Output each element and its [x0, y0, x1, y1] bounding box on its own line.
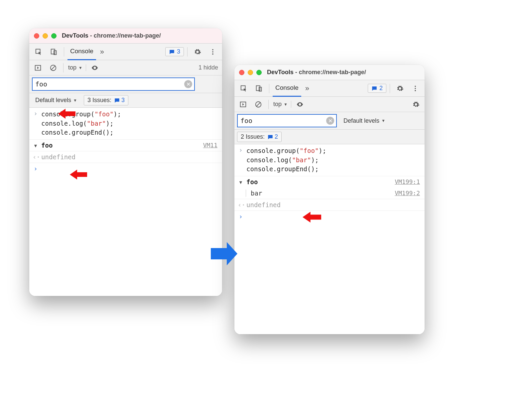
clear-console-icon[interactable] — [47, 61, 60, 74]
return-arrow-icon: ‹· — [238, 201, 244, 208]
more-tabs-icon[interactable]: » — [303, 84, 311, 93]
issues-chip[interactable]: 3 Issues: 3 — [84, 95, 128, 105]
separator — [390, 84, 390, 93]
clear-console-icon[interactable] — [252, 98, 265, 111]
tab-console[interactable]: Console — [273, 80, 301, 97]
separator — [187, 47, 188, 57]
undefined-label: undefined — [41, 153, 75, 161]
sidebar-toggle-icon[interactable] — [31, 61, 45, 74]
group-name: foo — [41, 142, 53, 149]
issues-badge[interactable]: 3 — [165, 47, 184, 56]
console-group-item[interactable]: bar VM199:2 — [234, 188, 425, 199]
console-group-header[interactable]: ▼ foo VM199:1 — [234, 176, 425, 188]
svg-point-14 — [415, 90, 416, 91]
console-return-value: ‹· undefined — [29, 151, 222, 163]
svg-rect-10 — [256, 85, 260, 90]
group-name: foo — [246, 178, 258, 186]
context-selector[interactable]: top▼ — [67, 64, 86, 71]
log-levels-selector[interactable]: Default levels▼ — [340, 116, 389, 126]
console-input-echo[interactable]: › console.group("foo"); console.log("bar… — [234, 144, 425, 176]
filter-value: foo — [240, 117, 326, 125]
live-expression-icon[interactable] — [88, 61, 101, 74]
console-filter-bar: foo ✕ — [29, 75, 222, 93]
settings-icon[interactable] — [393, 82, 407, 95]
window-controls — [239, 70, 262, 75]
separator — [63, 63, 64, 72]
issues-chip[interactable]: 2 Issues: 2 — [237, 132, 282, 142]
issues-badge[interactable]: 2 — [368, 84, 386, 93]
svg-point-13 — [415, 88, 416, 89]
svg-line-17 — [256, 102, 261, 106]
minimize-icon[interactable] — [43, 33, 48, 39]
devtools-tabstrip: Console » 3 — [29, 44, 222, 60]
close-icon[interactable] — [34, 33, 39, 39]
log-levels-selector[interactable]: Default levels▼ — [32, 95, 80, 105]
console-filter-bar: foo ✕ Default levels▼ — [234, 112, 425, 130]
window-controls — [34, 33, 57, 39]
titlebar[interactable]: DevTools - chrome://new-tab-page/ — [234, 65, 425, 80]
more-tabs-icon[interactable]: » — [98, 48, 106, 56]
console-group-header[interactable]: ▼ foo VM11 — [29, 140, 222, 151]
return-arrow-icon: ‹· — [33, 153, 39, 161]
svg-rect-1 — [51, 49, 55, 54]
chevron-right-icon: › — [33, 110, 39, 117]
svg-point-4 — [212, 51, 213, 53]
chevron-right-icon: › — [33, 165, 39, 172]
more-menu-icon[interactable] — [206, 45, 219, 59]
sidebar-toggle-icon[interactable] — [236, 98, 250, 111]
svg-line-8 — [51, 66, 56, 70]
live-expression-icon[interactable] — [293, 98, 307, 111]
code-block: console.group("foo"); console.log("bar")… — [246, 146, 326, 174]
hidden-messages-label[interactable]: 1 hidde — [199, 64, 220, 71]
zoom-icon[interactable] — [256, 70, 262, 75]
console-settings-icon[interactable] — [409, 98, 423, 111]
zoom-icon[interactable] — [51, 33, 57, 39]
code-block: console.group("foo"); console.log("bar")… — [41, 110, 121, 137]
more-menu-icon[interactable] — [409, 82, 422, 95]
console-toolbar: top▼ — [234, 97, 425, 112]
console-prompt[interactable]: › — [234, 211, 425, 222]
inspect-icon[interactable] — [237, 82, 250, 95]
chevron-down-icon[interactable]: ▼ — [33, 142, 39, 148]
filter-input[interactable]: foo ✕ — [32, 77, 195, 91]
settings-icon[interactable] — [191, 45, 204, 59]
separator — [64, 47, 64, 57]
console-output: › console.group("foo"); console.log("bar… — [29, 108, 222, 296]
close-icon[interactable] — [239, 70, 244, 75]
separator — [269, 84, 269, 93]
console-prompt[interactable]: › — [29, 163, 222, 174]
undefined-label: undefined — [246, 201, 281, 208]
context-selector[interactable]: top▼ — [272, 101, 291, 108]
svg-point-5 — [212, 53, 213, 55]
tab-console[interactable]: Console — [67, 44, 96, 60]
filter-value: foo — [35, 80, 184, 88]
devtools-window-after: DevTools - chrome://new-tab-page/ Consol… — [234, 65, 425, 334]
console-toolbar: top▼ 1 hidde — [29, 60, 222, 75]
separator — [268, 100, 269, 109]
titlebar[interactable]: DevTools - chrome://new-tab-page/ — [29, 28, 222, 44]
source-link[interactable]: VM11 — [203, 142, 219, 149]
inspect-icon[interactable] — [32, 45, 45, 59]
console-filter-bar-2: Default levels▼ 3 Issues: 3 — [29, 93, 222, 108]
source-link[interactable]: VM199:2 — [395, 190, 421, 197]
svg-point-12 — [415, 85, 416, 87]
clear-filter-icon[interactable]: ✕ — [184, 80, 192, 88]
device-toolbar-icon[interactable] — [252, 82, 266, 95]
svg-point-3 — [212, 49, 213, 50]
window-title: DevTools - chrome://new-tab-page/ — [267, 69, 366, 76]
log-message: bar — [251, 190, 262, 197]
filter-input[interactable]: foo ✕ — [237, 114, 337, 127]
device-toolbar-icon[interactable] — [47, 45, 61, 59]
console-filter-bar-2: 2 Issues: 2 — [234, 130, 425, 144]
window-title: DevTools - chrome://new-tab-page/ — [62, 32, 161, 39]
chevron-right-icon: › — [238, 213, 244, 220]
source-link[interactable]: VM199:1 — [395, 178, 421, 185]
devtools-window-before: DevTools - chrome://new-tab-page/ Consol… — [29, 28, 222, 296]
console-output: › console.group("foo"); console.log("bar… — [234, 144, 425, 334]
devtools-tabstrip: Console » 2 — [234, 80, 425, 97]
chevron-down-icon[interactable]: ▼ — [238, 178, 244, 185]
minimize-icon[interactable] — [248, 70, 253, 75]
clear-filter-icon[interactable]: ✕ — [326, 117, 334, 125]
console-input-echo[interactable]: › console.group("foo"); console.log("bar… — [29, 108, 222, 140]
chevron-right-icon: › — [238, 146, 244, 154]
